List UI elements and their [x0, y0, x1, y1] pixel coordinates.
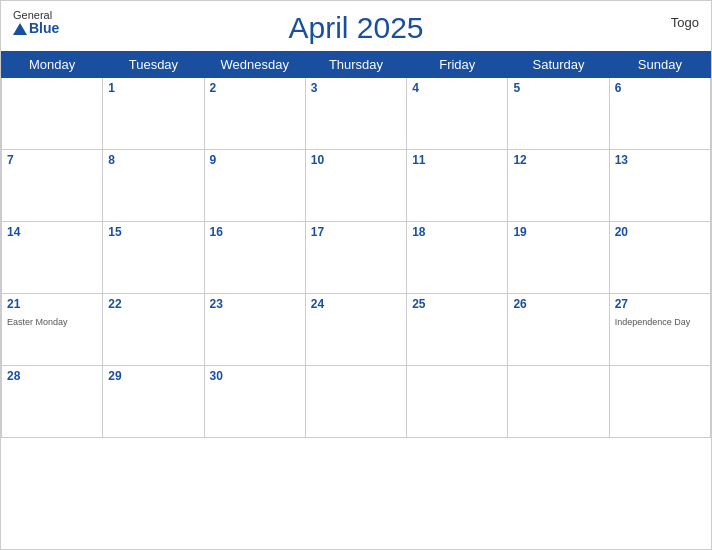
- day-number: 4: [412, 81, 502, 95]
- day-event: Easter Monday: [7, 317, 68, 327]
- table-row: 6: [609, 78, 710, 150]
- table-row: 21Easter Monday: [2, 294, 103, 366]
- table-row: [2, 78, 103, 150]
- day-number: 28: [7, 369, 97, 383]
- table-row: 26: [508, 294, 609, 366]
- table-row: 2: [204, 78, 305, 150]
- day-number: 17: [311, 225, 401, 239]
- day-number: 23: [210, 297, 300, 311]
- day-number: 25: [412, 297, 502, 311]
- day-number: 15: [108, 225, 198, 239]
- logo: General Blue: [13, 9, 59, 36]
- day-number: 9: [210, 153, 300, 167]
- day-number: 13: [615, 153, 705, 167]
- table-row: 3: [305, 78, 406, 150]
- logo-triangle-icon: [13, 23, 27, 35]
- table-row: 24: [305, 294, 406, 366]
- day-number: 11: [412, 153, 502, 167]
- table-row: 1: [103, 78, 204, 150]
- table-row: 18: [407, 222, 508, 294]
- table-row: 8: [103, 150, 204, 222]
- day-number: 1: [108, 81, 198, 95]
- calendar-table: Monday Tuesday Wednesday Thursday Friday…: [1, 51, 711, 438]
- table-row: 13: [609, 150, 710, 222]
- table-row: 10: [305, 150, 406, 222]
- table-row: [305, 366, 406, 438]
- table-row: 12: [508, 150, 609, 222]
- day-number: 2: [210, 81, 300, 95]
- header-saturday: Saturday: [508, 52, 609, 78]
- day-number: 16: [210, 225, 300, 239]
- days-header-row: Monday Tuesday Wednesday Thursday Friday…: [2, 52, 711, 78]
- country-label: Togo: [671, 15, 699, 30]
- day-number: 5: [513, 81, 603, 95]
- day-number: 30: [210, 369, 300, 383]
- table-row: 16: [204, 222, 305, 294]
- calendar-container: General Blue April 2025 Togo Monday Tues…: [0, 0, 712, 550]
- table-row: 7: [2, 150, 103, 222]
- table-row: 27Independence Day: [609, 294, 710, 366]
- table-row: 28: [2, 366, 103, 438]
- table-row: 19: [508, 222, 609, 294]
- header-monday: Monday: [2, 52, 103, 78]
- calendar-header: General Blue April 2025 Togo: [1, 1, 711, 51]
- day-event: Independence Day: [615, 317, 691, 327]
- day-number: 12: [513, 153, 603, 167]
- day-number: 22: [108, 297, 198, 311]
- day-number: 7: [7, 153, 97, 167]
- week-row-1: 123456: [2, 78, 711, 150]
- day-number: 18: [412, 225, 502, 239]
- table-row: 20: [609, 222, 710, 294]
- month-title: April 2025: [288, 11, 423, 45]
- table-row: 4: [407, 78, 508, 150]
- table-row: 23: [204, 294, 305, 366]
- table-row: 17: [305, 222, 406, 294]
- day-number: 19: [513, 225, 603, 239]
- day-number: 24: [311, 297, 401, 311]
- header-thursday: Thursday: [305, 52, 406, 78]
- day-number: 3: [311, 81, 401, 95]
- header-sunday: Sunday: [609, 52, 710, 78]
- week-row-4: 21Easter Monday222324252627Independence …: [2, 294, 711, 366]
- day-number: 29: [108, 369, 198, 383]
- table-row: 9: [204, 150, 305, 222]
- header-wednesday: Wednesday: [204, 52, 305, 78]
- header-tuesday: Tuesday: [103, 52, 204, 78]
- logo-blue-text: Blue: [13, 21, 59, 36]
- week-row-2: 78910111213: [2, 150, 711, 222]
- day-number: 26: [513, 297, 603, 311]
- table-row: 22: [103, 294, 204, 366]
- table-row: 15: [103, 222, 204, 294]
- table-row: 5: [508, 78, 609, 150]
- day-number: 6: [615, 81, 705, 95]
- table-row: 29: [103, 366, 204, 438]
- header-friday: Friday: [407, 52, 508, 78]
- day-number: 10: [311, 153, 401, 167]
- day-number: 21: [7, 297, 97, 311]
- table-row: 30: [204, 366, 305, 438]
- table-row: [407, 366, 508, 438]
- day-number: 27: [615, 297, 705, 311]
- week-row-3: 14151617181920: [2, 222, 711, 294]
- table-row: [508, 366, 609, 438]
- day-number: 8: [108, 153, 198, 167]
- table-row: 11: [407, 150, 508, 222]
- table-row: [609, 366, 710, 438]
- day-number: 20: [615, 225, 705, 239]
- table-row: 25: [407, 294, 508, 366]
- week-row-5: 282930: [2, 366, 711, 438]
- table-row: 14: [2, 222, 103, 294]
- day-number: 14: [7, 225, 97, 239]
